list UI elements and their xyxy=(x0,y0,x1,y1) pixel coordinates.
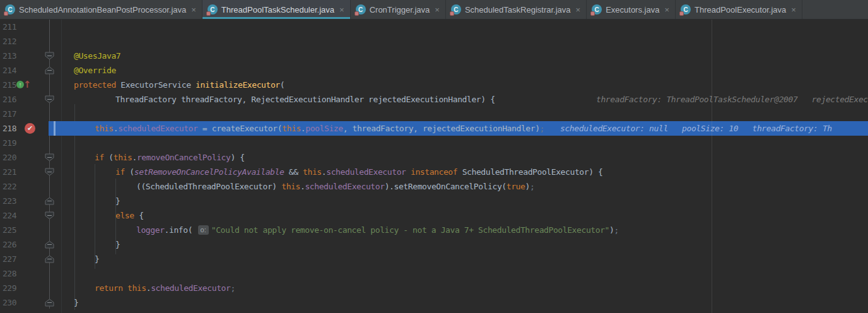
code-segment xyxy=(406,167,411,177)
close-tab-icon[interactable]: × xyxy=(339,6,344,14)
close-tab-icon[interactable]: × xyxy=(576,6,581,14)
close-tab-icon[interactable]: × xyxy=(191,6,196,14)
code-segment: scheduledExecutor xyxy=(326,167,406,177)
code-segment: else xyxy=(115,211,134,220)
fold-region-end-icon[interactable] xyxy=(45,255,54,263)
code-line[interactable]: 230} xyxy=(0,295,868,310)
code-line[interactable]: 226} xyxy=(0,237,868,252)
code-segment: this xyxy=(303,167,322,177)
code-segment: this xyxy=(282,124,301,133)
tab-label: ThreadPoolExecutor.java xyxy=(695,5,786,15)
right-margin-guide xyxy=(712,20,712,313)
code-segment: = createExecutor( xyxy=(197,124,282,133)
tab-scheduledannotationbeanpostprocessor[interactable]: CScheduledAnnotationBeanPostProcessor.ja… xyxy=(0,0,202,19)
tab-executors[interactable]: CExecutors.java× xyxy=(587,0,676,19)
code-line[interactable]: 215↑↑protected ExecutorService initializ… xyxy=(0,78,868,92)
code-segment: ThreadFactory threadFactory, RejectedExe… xyxy=(115,95,495,104)
code-segment: ScheduledThreadPoolExecutor) { xyxy=(457,167,602,177)
code-text: ThreadFactory threadFactory, RejectedExe… xyxy=(115,92,495,107)
code-segment: ( xyxy=(188,225,197,235)
code-text: protected ExecutorService initializeExec… xyxy=(74,78,284,92)
line-number: 216 xyxy=(0,92,16,107)
code-segment: if xyxy=(95,153,104,162)
fold-region-end-icon[interactable] xyxy=(45,240,54,249)
code-segment: ; xyxy=(230,283,235,293)
code-segment: , threadFactory, rejectedExecutionHandle… xyxy=(343,124,540,133)
line-number: 212 xyxy=(0,34,16,49)
debugger-inline-values: scheduledExecutor: null poolSize: 10 thr… xyxy=(560,121,832,136)
tab-crontrigger[interactable]: CCronTrigger.java× xyxy=(351,0,446,19)
code-line[interactable]: 228 xyxy=(0,266,868,281)
fold-region-end-icon[interactable] xyxy=(45,197,54,205)
tab-scheduledtaskregistrar[interactable]: CScheduledTaskRegistrar.java× xyxy=(446,0,587,19)
code-line[interactable]: 214@Override xyxy=(0,63,868,78)
code-segment: ) xyxy=(525,182,529,191)
tab-label: ScheduledTaskRegistrar.java xyxy=(465,5,571,15)
line-number: 229 xyxy=(0,281,16,295)
java-class-icon: C xyxy=(592,4,602,15)
code-line[interactable]: 216ThreadFactory threadFactory, Rejected… xyxy=(0,92,868,107)
java-class-icon: C xyxy=(208,4,218,15)
code-segment: poolSize xyxy=(305,124,343,133)
verified-breakpoint-icon[interactable]: ✔ xyxy=(25,123,35,134)
tab-threadpoolexecutor[interactable]: CThreadPoolExecutor.java× xyxy=(676,0,802,19)
code-segment: ( xyxy=(125,167,134,177)
code-line[interactable]: 227} xyxy=(0,252,868,266)
fold-region-end-icon[interactable] xyxy=(45,66,54,74)
close-tab-icon[interactable]: × xyxy=(664,6,669,14)
code-segment: } xyxy=(95,254,99,264)
code-line[interactable]: 219 xyxy=(0,136,868,150)
code-line[interactable]: 218✔this.scheduledExecutor = createExecu… xyxy=(0,121,868,136)
code-text: return this.scheduledExecutor; xyxy=(95,281,235,295)
code-line[interactable]: 211 xyxy=(0,20,868,34)
debugger-inline-values: threadFactory: ThreadPoolTaskScheduler@2… xyxy=(596,92,868,107)
code-segment: this xyxy=(281,182,300,191)
java-class-icon: C xyxy=(681,4,691,15)
fold-region-start-icon[interactable] xyxy=(45,211,54,220)
line-number: 230 xyxy=(0,295,16,310)
close-tab-icon[interactable]: × xyxy=(435,6,440,14)
execution-point-stripe xyxy=(54,121,56,136)
code-segment: scheduledExecutor xyxy=(305,182,384,191)
code-segment: ; xyxy=(530,182,534,191)
code-line[interactable]: 225logger.info( o:"Could not apply remov… xyxy=(0,223,868,237)
fold-region-start-icon[interactable] xyxy=(45,168,54,176)
code-line[interactable]: 212 xyxy=(0,34,868,49)
code-line[interactable]: 229return this.scheduledExecutor; xyxy=(0,281,868,295)
fold-region-end-icon[interactable] xyxy=(45,298,54,307)
code-editor[interactable]: 211212213@UsesJava7214@Override215↑↑prot… xyxy=(0,20,868,313)
code-segment: setRemoveOnCancelPolicyAvailable xyxy=(134,167,284,177)
code-text: @UsesJava7 xyxy=(74,49,120,63)
tab-label: ScheduledAnnotationBeanPostProcessor.jav… xyxy=(19,5,186,15)
line-number: 218 xyxy=(0,121,16,136)
tab-threadpooltaskscheduler[interactable]: CThreadPoolTaskScheduler.java× xyxy=(202,0,351,19)
code-line[interactable]: 220if (this.removeOnCancelPolicy) { xyxy=(0,150,868,165)
code-line[interactable]: 222((ScheduledThreadPoolExecutor) this.s… xyxy=(0,179,868,194)
code-segment: this xyxy=(95,124,114,133)
code-segment: . xyxy=(165,225,169,235)
code-line[interactable]: 224else { xyxy=(0,208,868,223)
java-class-icon: C xyxy=(5,4,15,15)
java-class-icon: C xyxy=(356,4,366,15)
lock-badge-icon xyxy=(206,11,211,16)
fold-region-start-icon[interactable] xyxy=(45,153,54,162)
code-segment: ; xyxy=(614,225,618,235)
code-text: } xyxy=(95,252,99,266)
code-line[interactable]: 213@UsesJava7 xyxy=(0,49,868,63)
line-number: 227 xyxy=(0,252,16,266)
fold-region-start-icon[interactable] xyxy=(45,95,54,103)
code-line[interactable]: 221if (setRemoveOnCancelPolicyAvailable … xyxy=(0,165,868,179)
code-segment: "Could not apply remove-on-cancel policy… xyxy=(211,225,609,235)
close-tab-icon[interactable]: × xyxy=(791,6,796,14)
code-segment: @Override xyxy=(74,66,116,75)
line-number: 214 xyxy=(0,63,16,78)
code-line[interactable]: 223} xyxy=(0,194,868,208)
line-number: 213 xyxy=(0,49,16,63)
active-tab-underline xyxy=(202,17,350,19)
code-segment: this xyxy=(127,283,146,293)
code-line[interactable]: 217 xyxy=(0,107,868,121)
code-text: @Override xyxy=(74,63,116,78)
overrides-method-icon[interactable]: ↑ xyxy=(23,78,32,91)
code-segment: true xyxy=(507,182,525,191)
fold-region-start-icon[interactable] xyxy=(45,52,54,60)
